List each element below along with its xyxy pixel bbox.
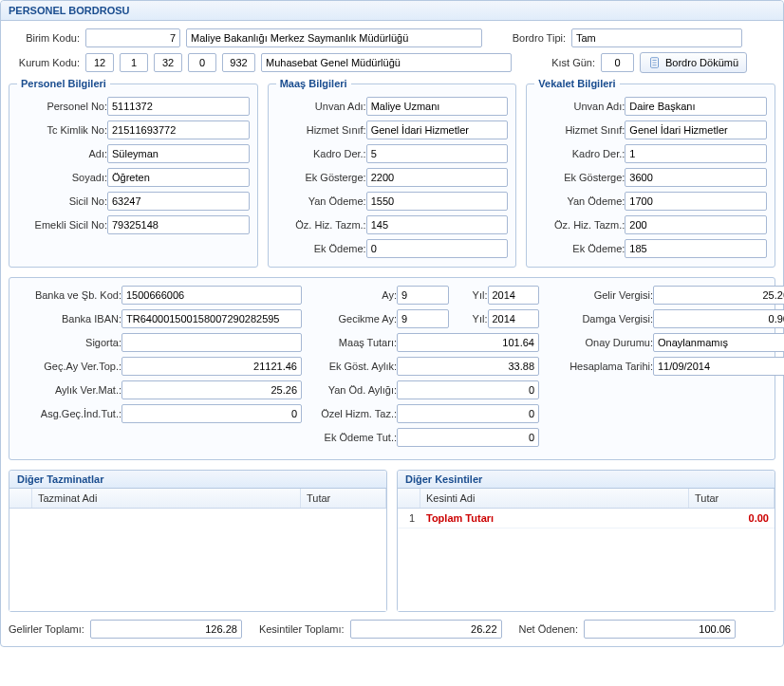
gelir-vergisi-input[interactable] — [653, 286, 784, 305]
adi-input[interactable] — [107, 144, 250, 163]
ekgost-input[interactable] — [397, 357, 539, 376]
maas-ozh-label: Öz. Hiz. Tazm.: — [276, 219, 366, 231]
maas-ekg-input[interactable] — [366, 168, 509, 187]
kurum-kodu-1[interactable] — [85, 53, 114, 72]
gyil-input[interactable] — [488, 309, 540, 328]
hesap-input[interactable] — [653, 357, 784, 376]
sigorta-input[interactable] — [121, 333, 302, 352]
birim-kodu-input[interactable] — [85, 28, 180, 47]
gecikme-label: Gecikme Ay: — [311, 313, 397, 324]
iban-input[interactable] — [121, 309, 302, 328]
ekod-input[interactable] — [397, 428, 539, 447]
yil-input[interactable] — [488, 286, 540, 305]
bordro-dokumu-button[interactable]: Bordro Dökümü — [640, 52, 747, 73]
tazminat-body[interactable] — [9, 509, 386, 611]
gecay-label: Geç.Ay Ver.Top.: — [17, 361, 121, 372]
kurum-kodu-5[interactable] — [222, 53, 255, 72]
kesinti-top-input[interactable] — [350, 620, 502, 639]
banka-kod-input[interactable] — [121, 286, 302, 305]
table-row[interactable]: 1 Toplam Tutarı 0.00 — [398, 509, 775, 528]
kurum-kodu-4[interactable] — [188, 53, 216, 72]
tc-input[interactable] — [107, 121, 250, 139]
vekalet-bilgileri-fieldset: Vekalet Bilgileri Unvan Adı: Hizmet Sını… — [526, 78, 775, 268]
maas-ekg-label: Ek Gösterge: — [276, 172, 366, 183]
kurum-kodu-3[interactable] — [154, 53, 182, 72]
personel-no-label: Personel No: — [17, 101, 107, 112]
kesinti-body[interactable]: 1 Toplam Tutarı 0.00 — [398, 509, 775, 611]
vekalet-ozh-input[interactable] — [625, 215, 767, 234]
ay-input[interactable] — [397, 286, 449, 305]
maas-tut-input[interactable] — [397, 333, 539, 352]
personel-no-input[interactable] — [107, 97, 250, 116]
birim-kodu-label: Birim Kodu: — [9, 32, 80, 44]
gelir-top-input[interactable] — [90, 620, 242, 639]
kist-gun-input[interactable] — [601, 53, 634, 72]
calculation-block: Banka ve Şb. Kod: Banka IBAN: Sigorta: G… — [9, 277, 775, 460]
tazminat-col-tutar[interactable]: Tutar — [301, 489, 386, 508]
maas-eko-input[interactable] — [366, 239, 509, 258]
vekalet-yan-input[interactable] — [625, 192, 767, 211]
sicil-input[interactable] — [107, 192, 250, 211]
kesinti-title: Diğer Kesintiler — [398, 471, 775, 489]
kesinti-col-name[interactable]: Kesinti Adi — [420, 489, 689, 508]
maas-unvan-input[interactable] — [366, 97, 509, 116]
maas-tut-label: Maaş Tutarı: — [311, 337, 397, 348]
kesinti-row-tutar: 0.00 — [689, 509, 775, 528]
maas-kadro-input[interactable] — [366, 144, 509, 163]
kurum-adi-input[interactable] — [261, 53, 512, 72]
kesinti-col-idx — [398, 489, 420, 508]
birim-adi-input[interactable] — [186, 28, 482, 47]
onay-label: Onay Durumu: — [549, 337, 653, 348]
kurum-kodu-2[interactable] — [120, 53, 148, 72]
tazminat-col-name[interactable]: Tazminat Adi — [32, 489, 301, 508]
vekalet-hizmet-label: Hizmet Sınıf: — [534, 124, 625, 136]
damga-vergisi-label: Damga Vergisi: — [549, 313, 653, 324]
kesinti-row-name: Toplam Tutarı — [420, 509, 689, 528]
document-icon — [648, 56, 662, 69]
hesap-label: Hesaplama Tarihi: — [549, 361, 653, 372]
footer-totals: Gelirler Toplamı: Kesintiler Toplamı: Ne… — [9, 620, 775, 639]
vekalet-kadro-label: Kadro Der.: — [534, 148, 625, 159]
damga-vergisi-input[interactable] — [653, 309, 784, 328]
vekalet-kadro-input[interactable] — [625, 144, 767, 163]
tazminat-title: Diğer Tazminatlar — [9, 471, 386, 489]
tc-label: Tc Kimlik No: — [17, 124, 107, 136]
kesinti-col-tutar[interactable]: Tutar — [689, 489, 775, 508]
onay-input[interactable] — [653, 333, 784, 352]
yanod-input[interactable] — [397, 380, 539, 399]
gecikme-input[interactable] — [397, 309, 449, 328]
top-row-1: Birim Kodu: Bordro Tipi: — [9, 28, 775, 47]
maas-hizmet-input[interactable] — [366, 121, 509, 139]
ozel-input[interactable] — [397, 404, 539, 423]
soyadi-input[interactable] — [107, 168, 250, 187]
maas-legend: Maaş Bilgileri — [276, 78, 351, 89]
asg-label: Asg.Geç.İnd.Tut.: — [17, 408, 121, 419]
payroll-panel: PERSONEL BORDROSU Birim Kodu: Bordro Tip… — [0, 0, 784, 647]
kist-gun-label: Kıst Gün: — [517, 57, 595, 68]
yanod-label: Yan Öd. Aylığı: — [311, 384, 397, 396]
vekalet-ekg-input[interactable] — [625, 168, 767, 187]
iban-label: Banka IBAN: — [17, 313, 121, 324]
sicil-label: Sicil No: — [17, 195, 107, 207]
bordro-dokumu-label: Bordro Dökümü — [665, 57, 738, 68]
vekalet-hizmet-input[interactable] — [625, 121, 767, 139]
net-input[interactable] — [584, 620, 736, 639]
vekalet-ekg-label: Ek Gösterge: — [534, 172, 625, 183]
maas-yan-input[interactable] — [366, 192, 509, 211]
vekalet-unvan-label: Unvan Adı: — [534, 101, 625, 112]
vekalet-unvan-input[interactable] — [625, 97, 767, 116]
sigorta-label: Sigorta: — [17, 337, 121, 348]
aylik-label: Aylık Ver.Mat.: — [17, 384, 121, 396]
gecay-input[interactable] — [121, 357, 302, 376]
asg-input[interactable] — [121, 404, 302, 423]
kurum-kodu-label: Kurum Kodu: — [9, 57, 80, 68]
personel-legend: Personel Bilgileri — [17, 78, 110, 89]
tazminat-grid: Diğer Tazminatlar Tazminat Adi Tutar — [9, 470, 387, 612]
maas-yan-label: Yan Ödeme: — [276, 195, 366, 207]
aylik-input[interactable] — [121, 380, 302, 399]
vekalet-eko-input[interactable] — [625, 239, 767, 258]
net-label: Net Ödenen: — [519, 623, 578, 635]
emekli-input[interactable] — [107, 215, 250, 234]
maas-ozh-input[interactable] — [366, 215, 509, 234]
bordro-tipi-input[interactable] — [571, 28, 742, 47]
